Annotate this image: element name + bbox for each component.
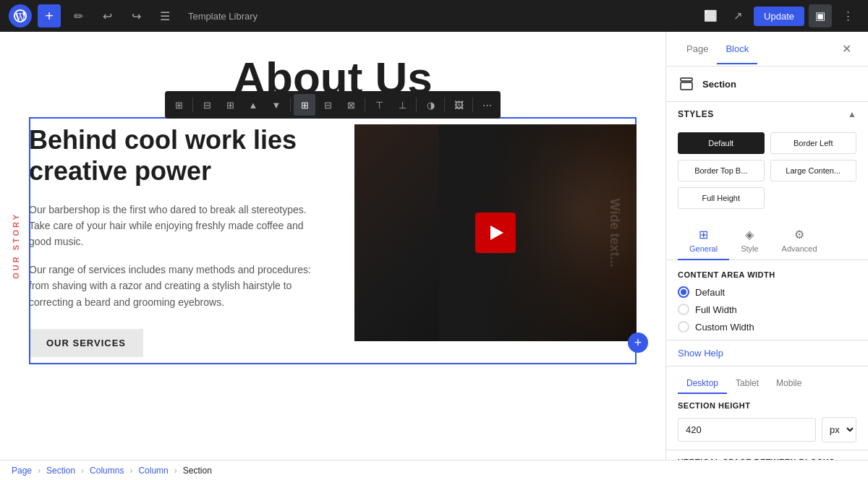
radio-full-width-label: Full Width	[695, 304, 737, 315]
styles-grid: Default Border Left Border Top B... Larg…	[666, 127, 868, 218]
pencil-button[interactable]: ✏	[67, 4, 90, 27]
content-area-width-section: CONTENT AREA WIDTH Default Full Width Cu…	[666, 260, 868, 340]
toolbar-more-btn[interactable]: ⋯	[476, 94, 498, 116]
toolbar-divider3	[365, 98, 365, 112]
section-icon	[678, 75, 695, 93]
sub-tab-general-label: General	[689, 244, 718, 253]
wp-logo[interactable]	[9, 4, 32, 27]
toolbar-up-btn[interactable]: ▲	[242, 94, 264, 116]
tab-page[interactable]: Page	[678, 35, 717, 64]
menu-button[interactable]: ☰	[153, 4, 176, 27]
tab-block[interactable]: Block	[717, 35, 757, 64]
section-height-title: SECTION HEIGHT	[678, 401, 856, 410]
content-section[interactable]: ⊞ ⊟ ⊞ ▲ ▼ ⊞ ⊟ ⊠ ⊤ ⊥ ◑ 🖼	[29, 117, 637, 364]
style-icon: ◈	[745, 228, 754, 241]
styles-title: Styles	[678, 109, 714, 119]
add-block-button[interactable]: +	[628, 333, 648, 353]
radio-default[interactable]: Default	[678, 286, 856, 298]
sidebar-toggle-button[interactable]: ▣	[809, 4, 832, 27]
story-paragraph1: Our barbershop is the first who dared to…	[29, 202, 311, 250]
toolbar-vertical-mid-btn[interactable]: ⊥	[391, 94, 413, 116]
undo-button[interactable]: ↩	[95, 4, 119, 27]
radio-full-width[interactable]: Full Width	[678, 304, 856, 315]
section-height-input-row: px	[678, 417, 856, 442]
external-link-button[interactable]: ↗	[726, 4, 749, 27]
our-services-button[interactable]: OUR SERVICES	[29, 329, 143, 357]
redo-button[interactable]: ↪	[124, 4, 148, 27]
vertical-space-section: VERTICAL SPACE BETWEEN BLOCKS Default	[666, 450, 868, 460]
show-help-link[interactable]: Show Help	[666, 340, 868, 367]
style-large-content-btn[interactable]: Large Conten...	[770, 160, 857, 181]
sub-tab-general[interactable]: ⊞ General	[678, 220, 729, 260]
style-default-btn[interactable]: Default	[678, 132, 765, 154]
breadcrumb-columns[interactable]: Columns	[90, 466, 124, 476]
device-tabs: Desktop Tablet Mobile	[666, 367, 868, 394]
toolbar-align-right-btn[interactable]: ⊠	[340, 94, 362, 116]
style-border-left-btn[interactable]: Border Left	[770, 132, 857, 154]
style-border-top-btn[interactable]: Border Top B...	[678, 160, 765, 181]
toolbar-divider2	[290, 98, 291, 112]
toolbar-down-btn[interactable]: ▼	[265, 94, 287, 116]
section-height-section: SECTION HEIGHT px	[666, 394, 868, 450]
device-tab-tablet[interactable]: Tablet	[727, 374, 767, 394]
page-content: About Us OUR STORY ⊞ ⊟ ⊞ ▲ ▼ ⊞ ⊟ ⊠	[0, 32, 665, 460]
radio-custom-width[interactable]: Custom Width	[678, 321, 856, 333]
breadcrumb-sep1: ›	[38, 466, 41, 476]
toolbar-divider6	[472, 98, 473, 112]
more-options-button[interactable]: ⋮	[836, 4, 859, 27]
sidebar-close-button[interactable]: ✕	[836, 39, 856, 59]
toolbar-divider5	[444, 98, 445, 112]
breadcrumb-current: Section	[183, 466, 212, 476]
toolbar-align-left-btn[interactable]: ⊞	[294, 94, 315, 116]
sub-tabs: ⊞ General ◈ Style ⚙ Advanced	[666, 220, 868, 260]
advanced-icon: ⚙	[794, 228, 804, 241]
play-button[interactable]	[475, 213, 516, 253]
sidebar-content: CONTENT AREA WIDTH Default Full Width Cu…	[666, 260, 868, 460]
toolbar-columns-btn[interactable]: ⊟	[196, 94, 218, 116]
content-area-width-radio-group: Default Full Width Custom Width	[678, 286, 856, 333]
toolbar-bg-btn[interactable]: ◑	[420, 94, 441, 116]
svg-rect-1	[681, 82, 692, 90]
breadcrumb-sep2: ›	[81, 466, 84, 476]
left-column: Behind cool work lies creative power Our…	[29, 124, 326, 357]
toolbar-image-btn[interactable]: 🖼	[448, 94, 469, 116]
style-full-height-btn[interactable]: Full Height	[678, 187, 765, 209]
main-area: About Us OUR STORY ⊞ ⊟ ⊞ ▲ ▼ ⊞ ⊟ ⊠	[0, 32, 868, 460]
story-heading: Behind cool work lies creative power	[29, 124, 311, 187]
toolbar-align-center-btn[interactable]: ⊟	[317, 94, 339, 116]
canvas: About Us OUR STORY ⊞ ⊟ ⊞ ▲ ▼ ⊞ ⊟ ⊠	[0, 32, 665, 460]
desktop-view-button[interactable]: ⬜	[699, 4, 722, 27]
toolbar-grid-btn[interactable]: ⊞	[219, 94, 241, 116]
sub-tab-advanced-label: Advanced	[782, 244, 817, 253]
section-height-unit-select[interactable]: px	[822, 417, 856, 442]
device-tab-desktop[interactable]: Desktop	[678, 374, 727, 394]
section-height-input[interactable]	[678, 418, 816, 442]
topbar: + ✏ ↩ ↪ ☰ Template Library ⬜ ↗ Update ▣ …	[0, 0, 868, 32]
radio-custom-width-label: Custom Width	[695, 322, 754, 333]
toolbar-layout-btn[interactable]: ⊞	[168, 94, 190, 116]
add-block-topbar-button[interactable]: +	[38, 4, 61, 27]
device-tab-mobile[interactable]: Mobile	[767, 374, 810, 394]
sidebar-header: Page Block ✕	[666, 32, 868, 67]
chevron-up-icon: ▲	[848, 109, 856, 119]
update-button[interactable]: Update	[754, 7, 804, 26]
breadcrumb-page[interactable]: Page	[12, 466, 32, 476]
toolbar-divider4	[416, 98, 417, 112]
toolbar-divider	[192, 98, 193, 112]
two-column-layout: Behind cool work lies creative power Our…	[29, 117, 637, 364]
breadcrumb-sep3: ›	[129, 466, 132, 476]
sub-tab-style[interactable]: ◈ Style	[729, 220, 770, 260]
general-icon: ⊞	[699, 228, 708, 241]
video-container[interactable]: Wide text...	[354, 124, 637, 341]
bottom-bar: Page › Section › Columns › Column › Sect…	[0, 460, 868, 480]
content-area-width-title: CONTENT AREA WIDTH	[678, 270, 856, 279]
sub-tab-advanced[interactable]: ⚙ Advanced	[770, 220, 829, 260]
breadcrumb-section[interactable]: Section	[46, 466, 75, 476]
radio-full-width-circle	[678, 304, 689, 315]
right-column: Wide text... +	[354, 124, 637, 341]
topbar-right: ⬜ ↗ Update ▣ ⋮	[699, 4, 859, 27]
styles-section-header[interactable]: Styles ▲	[666, 102, 868, 127]
watermark-text: Wide text...	[607, 199, 622, 267]
breadcrumb-column[interactable]: Column	[138, 466, 168, 476]
toolbar-vertical-top-btn[interactable]: ⊤	[368, 94, 390, 116]
